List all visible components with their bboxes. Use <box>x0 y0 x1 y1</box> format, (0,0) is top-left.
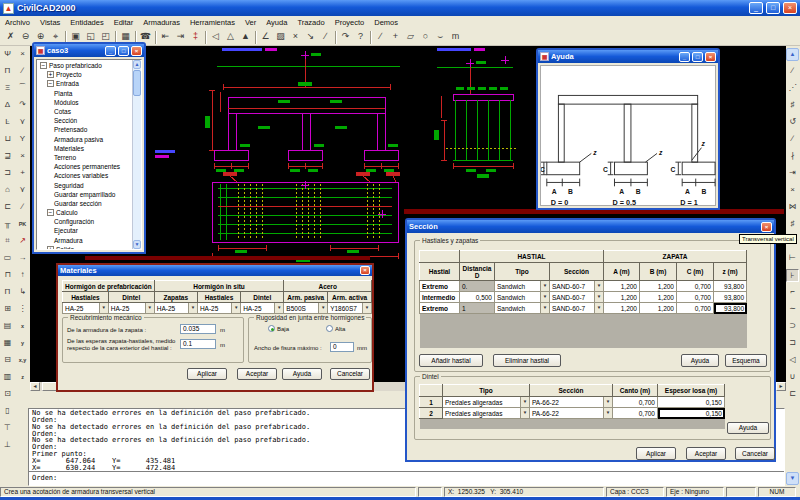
materials-ok-button[interactable]: Aceptar <box>237 368 277 380</box>
join-icon[interactable]: ⋈ <box>786 201 799 214</box>
snap-branch-icon[interactable]: ⋎ <box>16 116 29 129</box>
section-titlebar[interactable]: Sección × <box>407 220 774 233</box>
chevron-down-icon[interactable]: ▼ <box>594 303 603 313</box>
erase-icon[interactable]: × <box>288 30 303 44</box>
tree-item-ejecutar[interactable]: Ejecutar <box>39 226 141 235</box>
scrollbar-thumb[interactable] <box>133 70 141 96</box>
collapse-cell-icon[interactable]: ⊟ <box>1 354 14 367</box>
thin-line-icon[interactable]: ∕ <box>318 30 333 44</box>
help-pointer-icon[interactable]: ? <box>353 30 368 44</box>
abutment-icon[interactable]: ⌂ <box>1 184 14 197</box>
dim-transversal-vertical-icon[interactable]: ⊦ <box>786 269 799 282</box>
table-cell[interactable]: 0,150 <box>658 397 725 408</box>
dim-horizontal-icon[interactable]: ⇤ <box>158 30 173 44</box>
dintel-seccion-dropdown[interactable]: PA-66-22▼ <box>530 408 613 419</box>
tree-item-cotas[interactable]: Cotas <box>39 107 141 116</box>
scroll-up-button[interactable]: ▲ <box>786 48 799 61</box>
tree-item-paso-prefabricado[interactable]: −Paso prefabricado <box>39 61 141 70</box>
table-cell[interactable]: 0,700 <box>677 281 714 292</box>
materials-titlebar[interactable]: Materiales × <box>58 265 372 276</box>
remove-hastial-button[interactable]: Eliminar hastial <box>493 354 561 367</box>
help-close-button[interactable]: × <box>705 52 716 62</box>
materials-cancel-button[interactable]: Cancelar <box>330 368 370 380</box>
chevron-down-icon[interactable]: ▼ <box>594 292 603 302</box>
dashed-line-icon[interactable]: ⋰ <box>786 82 799 95</box>
snap-cross-icon[interactable]: × <box>16 150 29 163</box>
tree-item-guardar-emparrillado[interactable]: Guardar emparrillado <box>39 190 141 199</box>
scroll-down-icon[interactable]: ▼ <box>133 240 141 249</box>
menu-item-herramientas[interactable]: Herramientas <box>185 18 240 27</box>
triangle-dim-icon[interactable]: ◁ <box>786 354 799 367</box>
selected-cell[interactable]: 93,800 <box>714 303 747 314</box>
menu-item-editar[interactable]: Editar <box>109 18 139 27</box>
channel-icon[interactable]: Ŀ <box>1 116 14 129</box>
scroll-left-icon[interactable]: ◄ <box>30 382 40 391</box>
coord-z-button[interactable]: z <box>16 371 29 384</box>
chevron-down-icon[interactable]: ▼ <box>231 303 240 313</box>
tree-minimize-button[interactable]: _ <box>105 46 116 56</box>
divide-icon[interactable]: ∤ <box>786 150 799 163</box>
material-value-dropdown[interactable]: B500S▼ <box>284 303 328 314</box>
tree-item-pretensado[interactable]: Pretensado <box>39 125 141 134</box>
table-cell[interactable]: 0,700 <box>677 303 714 314</box>
chevron-down-icon[interactable]: ▼ <box>603 408 612 418</box>
chevron-down-icon[interactable]: ▼ <box>362 303 371 313</box>
frame-icon[interactable]: ⊓ <box>1 269 14 282</box>
columns-icon[interactable]: ▥ <box>1 371 14 384</box>
tree-item-acciones-variables[interactable]: Acciones variables <box>39 171 141 180</box>
grid-icon[interactable]: ⌗ <box>1 235 14 248</box>
center-cell-icon[interactable]: ⊡ <box>1 388 14 401</box>
dim-red-icon[interactable]: ‡ <box>188 30 203 44</box>
crack-width-input[interactable]: 0 <box>330 342 354 352</box>
tree-toggle-icon[interactable]: − <box>47 80 54 87</box>
radio-baja[interactable]: Baja <box>268 325 289 332</box>
chevron-down-icon[interactable]: ▼ <box>520 397 529 407</box>
snap-tangent-icon[interactable]: ↷ <box>16 99 29 112</box>
close-button[interactable]: × <box>783 2 797 14</box>
table-cell[interactable]: 0,500 <box>460 292 495 303</box>
circle-icon[interactable]: ○ <box>418 30 433 44</box>
intersect-icon[interactable]: × <box>786 184 799 197</box>
dintel-seccion-dropdown[interactable]: PA-66-22▼ <box>530 397 613 408</box>
radio-alta-icon[interactable] <box>326 325 333 332</box>
snap-fork-icon[interactable]: Y <box>16 133 29 146</box>
pier-cap-icon[interactable]: ╥ <box>1 218 14 231</box>
slope-icon[interactable]: Δ <box>1 99 14 112</box>
mirror-line-icon[interactable]: ∕ <box>786 133 799 146</box>
chevron-down-icon[interactable]: ▼ <box>318 303 327 313</box>
selected-cell[interactable]: 0,150 <box>658 408 725 419</box>
tree-toggle-icon[interactable]: + <box>47 246 54 250</box>
zoom-out-icon[interactable]: ⊖ <box>18 30 33 44</box>
tree-item-proyecto[interactable]: +Proyecto <box>39 70 141 79</box>
material-value-dropdown[interactable]: HA-25▼ <box>154 303 197 314</box>
triangle-left-icon[interactable]: ◁ <box>208 30 223 44</box>
tree-item-terreno[interactable]: Terreno <box>39 153 141 162</box>
draw-line-icon[interactable]: ∕ <box>786 65 799 78</box>
portal2-icon[interactable]: Π <box>1 286 14 299</box>
union-dim-icon[interactable]: ∪ <box>786 371 799 384</box>
table-cell[interactable]: 93,800 <box>714 292 747 303</box>
radio-alta[interactable]: Alta <box>326 325 345 332</box>
seccion-dropdown[interactable]: SAND-60-7▼ <box>550 303 604 314</box>
seccion-dropdown[interactable]: SAND-60-7▼ <box>550 292 604 303</box>
tree-toggle-icon[interactable]: − <box>47 209 54 216</box>
stirrup-icon[interactable]: ⊐ <box>786 337 799 350</box>
menu-item-trazado[interactable]: Trazado <box>292 18 329 27</box>
snap-point-icon[interactable]: + <box>16 167 29 180</box>
tree-item-materiales[interactable]: Materiales <box>39 144 141 153</box>
chevron-down-icon[interactable]: ▼ <box>603 397 612 407</box>
tree-item-armadura-pasiva[interactable]: Armadura pasiva <box>39 135 141 144</box>
menu-item-armaduras[interactable]: Armaduras <box>138 18 185 27</box>
section-cancel-button[interactable]: Cancelar <box>735 447 775 460</box>
table-cell[interactable]: 93,800 <box>714 281 747 292</box>
minimize-button[interactable]: _ <box>749 2 763 14</box>
tree-item-guardar-sección[interactable]: Guardar sección <box>39 199 141 208</box>
scroll-right-icon[interactable]: ► <box>776 382 786 391</box>
tree-item-seguridad[interactable]: Seguridad <box>39 180 141 189</box>
table-cell[interactable]: 0,700 <box>613 408 658 419</box>
tree-toggle-icon[interactable]: − <box>40 62 47 69</box>
snap-split-icon[interactable]: ⋎ <box>16 184 29 197</box>
wave-dim-icon[interactable]: ∼ <box>786 303 799 316</box>
mesh-icon[interactable]: ▦ <box>1 337 14 350</box>
coord-x-button[interactable]: x <box>16 320 29 333</box>
